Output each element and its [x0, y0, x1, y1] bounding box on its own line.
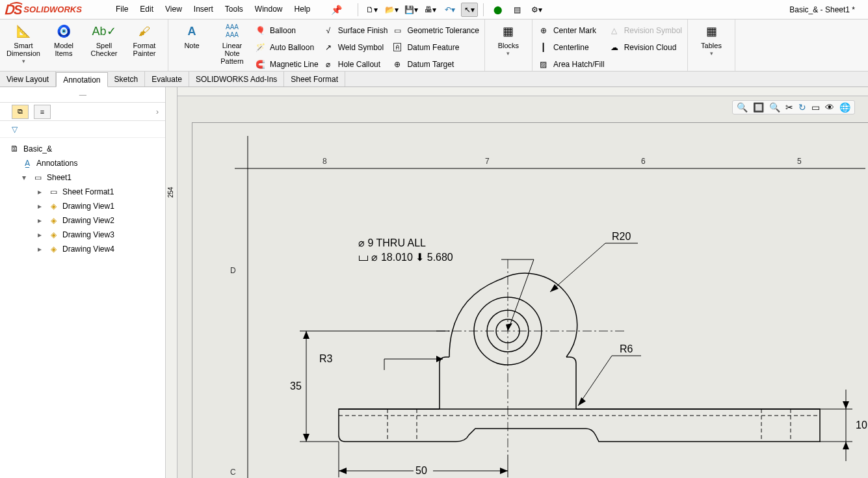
tab-evaluate[interactable]: Evaluate — [145, 72, 189, 86]
drawing-svg: ⌀ 9 THRU ALL ⌴ ⌀ 18.010 ⬇ 5.680 R20 R6 — [222, 129, 868, 478]
menu-window[interactable]: Window — [255, 5, 283, 15]
zoom-fit-icon[interactable]: 🔍 — [737, 102, 748, 113]
center-mark-button[interactable]: ⊕Center Mark — [538, 23, 605, 38]
menu-view[interactable]: View — [165, 5, 182, 15]
sheet-format-icon: ▭ — [48, 187, 59, 197]
ribbon-tabs: View Layout Annotation Sketch Evaluate S… — [0, 72, 868, 87]
smart-dimension-button[interactable]: 📐 Smart Dimension ▾ — [5, 22, 42, 68]
caret-right-icon[interactable]: ▸ — [38, 230, 44, 239]
caret-down-icon[interactable]: ▾ — [22, 173, 29, 182]
caret-right-icon[interactable]: ▸ — [38, 187, 44, 196]
dim-50: 50 — [415, 465, 427, 476]
datum-target-button[interactable]: ⊕Datum Target — [391, 57, 479, 72]
tree-item[interactable]: ▸◈Drawing View1 — [9, 199, 163, 213]
tab-annotation[interactable]: Annotation — [56, 72, 107, 87]
tree-item[interactable]: ▸◈Drawing View3 — [9, 228, 163, 242]
filter-icon[interactable]: ▽ — [12, 125, 18, 134]
tree-root[interactable]: 🖺 Basic_& — [9, 142, 163, 156]
zoom-prev-icon[interactable]: 🔍 — [769, 102, 780, 113]
caret-right-icon[interactable]: ▸ — [38, 245, 44, 254]
model-items-button[interactable]: 🧿 Model Items — [46, 22, 82, 68]
dim-r6: R6 — [620, 343, 633, 354]
qat-save-icon[interactable]: 💾▾ — [402, 3, 419, 17]
qat-settings-icon[interactable]: ⚙▾ — [528, 3, 545, 17]
centerline-button[interactable]: ┃Centerline — [538, 40, 605, 55]
qat-rebuild-icon[interactable]: ⬤ — [489, 3, 506, 17]
qat-print-icon[interactable]: 🖶▾ — [422, 3, 439, 17]
panel-drag-handle[interactable]: ⸻ — [0, 87, 165, 103]
drawing-sheet[interactable]: 8 7 6 5 D C — [192, 122, 868, 478]
drawing-canvas-wrap: 254 🔍 🔲 🔍 ✂ ↻ ▭ 👁 🌐 8 7 6 5 D C — [166, 87, 868, 478]
svg-marker-39 — [339, 468, 347, 474]
dim-35: 35 — [290, 380, 302, 392]
qat-select-icon[interactable]: ↖▾ — [461, 3, 478, 17]
qat-open-icon[interactable]: 📂▾ — [383, 3, 400, 17]
qat-new-icon[interactable]: 🗋▾ — [363, 3, 380, 17]
balloon-icon: 🎈 — [254, 25, 266, 36]
blocks-icon: ▦ — [501, 23, 516, 39]
hole-callout-button[interactable]: ⌀Hole Callout — [322, 57, 388, 72]
spell-checker-label: Spell Checker — [86, 42, 122, 57]
menu-edit[interactable]: Edit — [140, 5, 153, 15]
tab-sheet-format[interactable]: Sheet Format — [284, 72, 345, 86]
caret-right-icon[interactable]: ▸ — [38, 202, 44, 211]
app-logo: D͡S SOLIDWORKS — [0, 1, 104, 19]
drawing-canvas[interactable]: 🔍 🔲 🔍 ✂ ↻ ▭ 👁 🌐 8 7 6 5 D C — [178, 96, 868, 478]
note-label: Note — [184, 42, 199, 49]
linear-note-pattern-icon: AAAAAA — [224, 23, 240, 39]
app-name: SOLIDWORKS — [23, 5, 82, 14]
hole-callout-line2: ⌴ ⌀ 18.010 ⬇ 5.680 — [358, 252, 453, 263]
tab-sw-addins[interactable]: SOLIDWORKS Add-Ins — [189, 72, 284, 86]
tree-annotations[interactable]: A̲ Annotations — [9, 156, 163, 170]
menu-tools[interactable]: Tools — [225, 5, 243, 15]
tab-sketch[interactable]: Sketch — [108, 72, 146, 86]
magnetic-line-button[interactable]: 🧲Magnetic Line — [254, 57, 319, 72]
filter-row: ▽ — [0, 121, 165, 138]
note-button[interactable]: A Note — [174, 22, 210, 68]
tree-item[interactable]: ▸▭Sheet Format1 — [9, 185, 163, 199]
menu-file[interactable]: File — [116, 5, 128, 15]
revision-cloud-button[interactable]: ☁Revision Cloud — [609, 40, 682, 55]
zoom-area-icon[interactable]: 🔲 — [753, 102, 764, 113]
blocks-button[interactable]: ▦ Blocks ▾ — [490, 22, 527, 68]
balloon-button[interactable]: 🎈Balloon — [254, 23, 319, 38]
menu-insert[interactable]: Insert — [194, 5, 213, 15]
linear-note-pattern-button[interactable]: AAAAAA Linear Note Pattern — [214, 22, 250, 68]
datum-feature-button[interactable]: 🄰Datum Feature — [391, 40, 479, 55]
drawing-view-icon: ◈ — [48, 230, 59, 240]
appearance-icon[interactable]: 🌐 — [839, 102, 850, 113]
display-style-icon[interactable]: ▭ — [811, 102, 820, 113]
model-items-icon: 🧿 — [56, 23, 72, 39]
qat-undo-icon[interactable]: ↶▾ — [441, 3, 458, 17]
dim-r20: R20 — [612, 231, 631, 242]
caret-right-icon[interactable]: ▸ — [38, 216, 44, 225]
area-hatch-button[interactable]: ▨Area Hatch/Fill — [538, 57, 605, 72]
spell-checker-button[interactable]: Ab✓ Spell Checker — [86, 22, 122, 68]
surface-finish-button[interactable]: √Surface Finish — [322, 23, 388, 38]
tab-view-layout[interactable]: View Layout — [0, 72, 56, 86]
weld-symbol-button[interactable]: ↗Weld Symbol — [322, 40, 388, 55]
annotations-icon: A̲ — [22, 158, 33, 168]
qat-options-list-icon[interactable]: ▤ — [508, 3, 525, 17]
hide-show-icon[interactable]: 👁 — [825, 102, 834, 113]
feature-tree-tab-icon[interactable]: ⧉ — [12, 105, 29, 119]
tree-item[interactable]: ▸◈Drawing View2 — [9, 213, 163, 228]
format-painter-button[interactable]: 🖌 Format Painter — [126, 22, 163, 68]
menu-help[interactable]: Help — [295, 5, 311, 15]
drawing-doc-icon: 🖺 — [9, 144, 20, 154]
property-tab-icon[interactable]: ≡ — [34, 105, 51, 119]
rotate-view-icon[interactable]: ↻ — [798, 102, 806, 113]
model-items-label: Model Items — [46, 42, 82, 57]
tables-button[interactable]: ▦ Tables ▾ — [693, 22, 730, 68]
svg-marker-29 — [303, 331, 309, 339]
tree-annotations-label: Annotations — [36, 159, 77, 168]
geometric-tolerance-button[interactable]: ▭Geometric Tolerance — [391, 23, 479, 38]
pin-icon[interactable]: 📌 — [331, 5, 342, 15]
revision-symbol-icon: △ — [609, 25, 620, 36]
svg-marker-35 — [843, 442, 849, 449]
panel-chevron-icon[interactable]: › — [156, 107, 159, 116]
section-view-icon[interactable]: ✂ — [785, 102, 793, 113]
tree-sheet[interactable]: ▾ ▭ Sheet1 — [9, 170, 163, 185]
auto-balloon-button[interactable]: 🪄Auto Balloon — [254, 40, 319, 55]
tree-item[interactable]: ▸◈Drawing View4 — [9, 242, 163, 256]
